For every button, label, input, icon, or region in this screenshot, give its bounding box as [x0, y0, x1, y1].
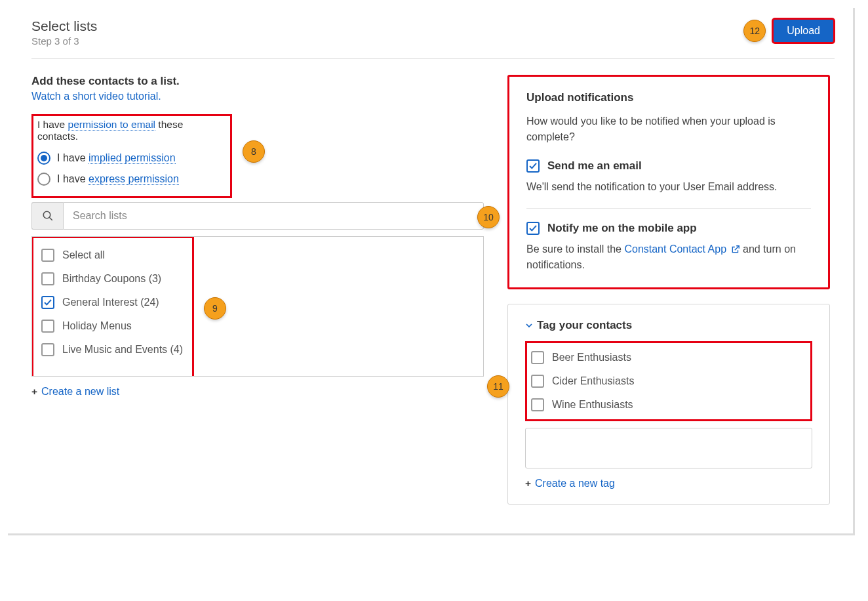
annotation-badge-9: 9: [204, 297, 226, 320]
checkbox-icon: [41, 249, 54, 262]
checkbox-icon: [41, 272, 54, 285]
permission-section: I have permission to email these contact…: [31, 114, 232, 198]
constant-contact-app-link[interactable]: Constant Contact App: [624, 243, 740, 255]
checkbox-icon: [526, 159, 540, 173]
page-header: Select lists Step 3 of 3 12 Upload: [31, 18, 835, 59]
express-permission-link[interactable]: express permission: [89, 173, 179, 185]
lists-container[interactable]: Select all Birthday Coupons (3) General …: [31, 236, 484, 377]
radio-icon: [37, 173, 50, 186]
annotation-badge-8: 8: [243, 140, 265, 163]
tag-item[interactable]: Beer Enthusiasts: [531, 346, 806, 369]
list-item-select-all[interactable]: Select all: [41, 243, 474, 267]
permission-intro: I have permission to email these contact…: [37, 119, 226, 142]
create-new-tag-link[interactable]: + Create a new tag: [525, 478, 812, 489]
tag-contacts-toggle[interactable]: Tag your contacts: [525, 319, 812, 332]
external-link-icon: [731, 245, 740, 254]
annotation-badge-12: 12: [743, 20, 766, 42]
radio-implied-permission[interactable]: I have implied permission: [37, 148, 226, 169]
chevron-down-icon: [525, 321, 533, 329]
notify-email-desc: We'll send the notification to your User…: [526, 179, 811, 195]
annotation-badge-10: 10: [477, 206, 500, 228]
search-lists-input[interactable]: [63, 202, 484, 230]
radio-icon: [37, 152, 50, 165]
checkbox-icon: [531, 398, 544, 411]
permission-to-email-link[interactable]: permission to email: [68, 119, 156, 131]
checkbox-icon: [526, 222, 540, 235]
checkbox-icon: [41, 343, 54, 356]
tutorial-link[interactable]: Watch a short video tutorial.: [31, 91, 161, 102]
search-icon: [31, 202, 63, 230]
add-contacts-heading: Add these contacts to a list.: [31, 75, 484, 88]
notify-mobile-desc: Be sure to install the Constant Contact …: [526, 241, 811, 273]
create-new-list-link[interactable]: + Create a new list: [31, 386, 484, 398]
svg-point-0: [43, 211, 50, 218]
checkbox-icon: [41, 320, 54, 333]
tag-item[interactable]: Wine Enthusiasts: [531, 393, 806, 417]
notifications-desc: How would you like to be notified when y…: [526, 114, 811, 145]
tag-input-area[interactable]: [525, 428, 812, 468]
checkbox-icon: [41, 296, 54, 309]
list-item[interactable]: Live Music and Events (4): [41, 338, 474, 362]
upload-notifications-heading: Upload notifications: [526, 91, 811, 104]
divider: [526, 208, 811, 209]
tag-item[interactable]: Cider Enthusiasts: [531, 369, 806, 393]
implied-permission-link[interactable]: implied permission: [89, 152, 176, 164]
svg-line-1: [49, 217, 52, 220]
list-item[interactable]: General Interest (24): [41, 291, 474, 314]
annotation-badge-11: 11: [487, 375, 509, 398]
upload-notifications-panel: Upload notifications How would you like …: [507, 75, 830, 289]
tag-contacts-panel: Tag your contacts Beer Enthusiasts Cider…: [507, 304, 830, 505]
search-lists-row: [31, 202, 484, 230]
plus-icon: +: [31, 386, 37, 398]
upload-button[interactable]: Upload: [772, 18, 835, 43]
notify-email-checkbox[interactable]: Send me an email: [526, 159, 811, 173]
plus-icon: +: [525, 478, 531, 489]
checkbox-icon: [531, 375, 544, 388]
notify-mobile-checkbox[interactable]: Notify me on the mobile app: [526, 222, 811, 235]
list-item[interactable]: Birthday Coupons (3): [41, 267, 474, 291]
page-step: Step 3 of 3: [31, 35, 97, 47]
page-title: Select lists: [31, 18, 97, 34]
checkbox-icon: [531, 351, 544, 364]
list-item[interactable]: Holiday Menus: [41, 314, 474, 338]
radio-express-permission[interactable]: I have express permission: [37, 169, 226, 190]
